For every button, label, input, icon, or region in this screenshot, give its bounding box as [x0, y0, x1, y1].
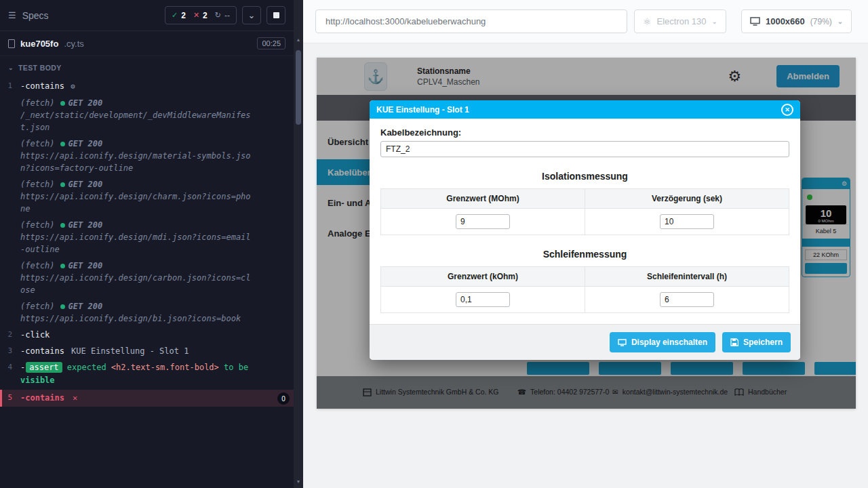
spec-file[interactable]: kue705fo .cy.ts [8, 39, 84, 49]
modal-body: Kabelbezeichnung: Isolationsmessung Gren… [370, 119, 800, 313]
fail-x-icon: ✕ [73, 393, 77, 403]
iso-limit-input[interactable] [456, 214, 510, 229]
stat-failed: ✕ 2 [193, 11, 208, 20]
status-ok-dot [60, 223, 65, 228]
monitor-icon [750, 17, 760, 26]
modal-header: KUE Einstellung - Slot 1 ✕ [370, 100, 800, 119]
app-frame: ⚓ Stationsname CPLV4_Maschen ⚙ Abmelden … [317, 58, 856, 409]
gear-icon: ⚙ [71, 82, 75, 91]
specs-button[interactable]: ☰ Specs [8, 10, 49, 21]
browser-label: Electron 130 [657, 16, 707, 26]
chevron-down-icon: ⌄ [837, 18, 843, 25]
line-number [0, 97, 20, 98]
floppy-icon [730, 338, 738, 346]
kue-settings-modal: KUE Einstellung - Slot 1 ✕ Kabelbezeichn… [370, 100, 800, 360]
line-number [0, 300, 20, 302]
failed-count: 2 [203, 11, 208, 20]
x-icon: ✕ [193, 11, 199, 20]
command-content: (fetch)GET 200https://api.iconify.design… [20, 138, 290, 174]
fetch-url: https://api.iconify.design/mdi.json?icon… [20, 231, 254, 256]
command-content: -containsKUE Einstellung - Slot 1 [20, 345, 290, 357]
loop-interval-header: Schleifenintervall (h) [585, 267, 789, 287]
loop-limit-header: Grenzwert (kOhm) [381, 267, 585, 287]
command-row-fetch[interactable]: (fetch)GET 200https://api.iconify.design… [0, 136, 294, 176]
command-row-contains[interactable]: 3-containsKUE Einstellung - Slot 1 [0, 343, 294, 359]
document-icon [8, 39, 15, 48]
aut-toolbar: ⚛ Electron 130 ⌄ 1000x660 (79%) ⌄ [303, 0, 868, 43]
scrollbar-thumb[interactable] [296, 50, 301, 125]
viewport-select[interactable]: 1000x660 (79%) ⌄ [741, 9, 852, 33]
test-stats: ✓ 2 ✕ 2 ↻ -- [165, 6, 237, 24]
line-number: 5 [2, 392, 20, 402]
iso-delay-input[interactable] [660, 214, 714, 229]
line-number [0, 138, 20, 139]
display-on-button[interactable]: Display einschalten [610, 332, 715, 352]
iso-delay-header: Verzögerung (sek) [585, 189, 789, 209]
passed-count: 2 [181, 11, 186, 20]
status-ok-dot [60, 304, 65, 309]
command-row-fetch[interactable]: (fetch)GET 200https://api.iconify.design… [0, 217, 294, 258]
aut-panel: ⚛ Electron 130 ⌄ 1000x660 (79%) ⌄ ⚓ Stat… [303, 0, 868, 488]
loop-table: Grenzwert (kOhm) Schleifenintervall (h) [380, 266, 789, 313]
stop-icon [273, 12, 279, 18]
command-content: (fetch)GET 200https://api.iconify.design… [20, 219, 290, 256]
scroll-down-icon[interactable]: ▼ [296, 479, 301, 485]
command-row-contains[interactable]: 1-contains⚙ [0, 78, 294, 95]
spec-timer: 00:25 [257, 37, 285, 49]
line-number: 1 [0, 80, 20, 90]
reporter-scrollbar[interactable]: ▲ ▼ [294, 0, 303, 488]
modal-title: KUE Einstellung - Slot 1 [376, 105, 469, 115]
command-row-fetch[interactable]: (fetch)GET 200https://api.iconify.design… [0, 258, 294, 298]
command-row-fetch[interactable]: (fetch)GET 200/_next/static/development/… [0, 95, 294, 136]
spec-name: kue705fo [20, 39, 58, 49]
loop-interval-input[interactable] [660, 292, 714, 307]
command-content: (fetch)GET 200https://api.iconify.design… [20, 178, 290, 215]
section-label: TEST BODY [18, 64, 62, 72]
command-content: (fetch)GET 200/_next/static/development/… [20, 97, 290, 134]
scroll-up-icon[interactable]: ▲ [296, 37, 301, 43]
loop-limit-input[interactable] [456, 292, 510, 307]
electron-icon: ⚛ [643, 16, 652, 27]
modal-footer: Display einschalten Speichern [370, 324, 800, 360]
browser-select[interactable]: ⚛ Electron 130 ⌄ [634, 9, 726, 33]
command-row-assert[interactable]: 4-assert expected <h2.text-sm.font-bold>… [0, 359, 294, 390]
status-ok-dot [60, 101, 65, 106]
specs-menu-icon: ☰ [8, 10, 16, 20]
stop-button[interactable] [267, 6, 285, 24]
command-content: (fetch)GET 200https://api.iconify.design… [20, 260, 290, 296]
chevron-down-icon: ⌄ [712, 18, 717, 25]
cable-designation-input[interactable] [380, 141, 789, 157]
check-icon: ✓ [172, 11, 178, 20]
line-number: 4 [0, 361, 20, 371]
cable-designation-label: Kabelbezeichnung: [380, 127, 789, 138]
url-input[interactable] [315, 9, 627, 33]
command-row-contains[interactable]: 5-contains✕0 [0, 390, 294, 407]
reporter-main: ☰ Specs ✓ 2 ✕ 2 ↻ -- [0, 0, 294, 488]
command-row-fetch[interactable]: (fetch)GET 200https://api.iconify.design… [0, 176, 294, 217]
command-content: -contains⚙ [20, 80, 290, 93]
isolation-heading: Isolationsmessung [380, 171, 789, 182]
command-row-fetch[interactable]: (fetch)GET 200https://api.iconify.design… [0, 298, 294, 327]
iso-limit-header: Grenzwert (MOhm) [381, 189, 585, 209]
command-row-click[interactable]: 2-click [0, 327, 294, 343]
fetch-url: https://api.iconify.design/material-symb… [20, 150, 254, 174]
reporter-controls: ☰ Specs ✓ 2 ✕ 2 ↻ -- [0, 0, 294, 31]
command-content: -click [20, 329, 290, 341]
test-body-toggle[interactable]: ⌄ TEST BODY [0, 56, 294, 77]
spec-header: kue705fo .cy.ts 00:25 [0, 31, 294, 56]
fetch-url: https://api.iconify.design/charm.json?ic… [20, 190, 254, 215]
chevron-down-icon: ⌄ [248, 10, 256, 20]
stat-passed: ✓ 2 [172, 11, 186, 20]
cypress-reporter: ☰ Specs ✓ 2 ✕ 2 ↻ -- [0, 0, 303, 488]
fetch-url: /_next/static/development/_devMiddleware… [20, 109, 254, 134]
restart-icon: ↻ [215, 11, 221, 20]
status-ok-dot [60, 182, 65, 187]
line-number [0, 219, 20, 220]
close-icon[interactable]: ✕ [781, 104, 793, 116]
save-button[interactable]: Speichern [722, 332, 791, 352]
collapse-button[interactable]: ⌄ [242, 6, 261, 24]
monitor-icon [618, 339, 627, 346]
chevron-down-icon: ⌄ [8, 64, 14, 71]
line-number [0, 260, 20, 261]
command-content: (fetch)GET 200https://api.iconify.design… [20, 300, 290, 325]
